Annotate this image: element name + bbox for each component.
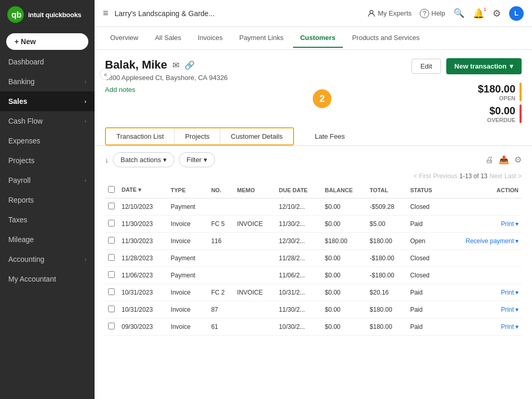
row-checkbox[interactable]: [108, 203, 115, 209]
edit-button[interactable]: Edit: [411, 59, 441, 74]
type-cell: Invoice: [168, 216, 208, 233]
action-dropdown[interactable]: Print ▾: [501, 289, 518, 296]
first-page-link[interactable]: < First: [414, 172, 431, 180]
settings-table-icon[interactable]: ⚙: [514, 155, 522, 165]
notifications-icon[interactable]: 🔔1: [473, 8, 484, 19]
tab-projects[interactable]: Projects: [175, 128, 220, 144]
chevron-right-icon: ›: [85, 99, 86, 104]
status-column-header: STATUS: [407, 182, 444, 198]
action-dropdown[interactable]: Receive payment ▾: [466, 237, 518, 245]
select-all-checkbox[interactable]: [108, 186, 115, 193]
topbar-actions: My Experts ? Help 🔍 🔔1 ⚙ L: [367, 6, 524, 21]
svg-text:qb: qb: [11, 10, 22, 19]
sidebar-item-cashflow[interactable]: Cash Flow ›: [0, 111, 95, 131]
action-dropdown[interactable]: Print ▾: [501, 323, 518, 330]
search-icon[interactable]: 🔍: [454, 8, 464, 19]
table-row: 10/31/2023 Invoice 87 11/30/2... $0.00 $…: [105, 301, 522, 318]
balance-cell: $0.00: [322, 216, 366, 233]
date-cell: 11/30/2023: [118, 233, 168, 250]
sidebar-item-dashboard[interactable]: Dashboard: [0, 52, 95, 72]
nav-tabs: Overview All Sales Invoices Payment Link…: [95, 27, 532, 50]
sidebar-item-accounting[interactable]: Accounting ›: [0, 249, 95, 269]
help-icon: ?: [420, 9, 429, 18]
due-date-cell: 10/30/2...: [276, 318, 322, 336]
type-cell: Payment: [168, 198, 208, 216]
action-cell: [444, 250, 522, 267]
due-date-cell: 11/30/2...: [276, 216, 322, 233]
tab-payment-links[interactable]: Payment Links: [232, 29, 290, 48]
customer-area: « Balak, Mike ✉ 🔗 1800 Appleseed Ct, Bay…: [95, 50, 532, 146]
export-icon[interactable]: 📤: [499, 155, 509, 165]
no-cell: [208, 250, 234, 267]
chevron-down-icon: ▾: [163, 156, 167, 164]
hamburger-menu-icon[interactable]: ≡: [103, 8, 109, 19]
balance-cell: $0.00: [322, 301, 366, 318]
row-checkbox[interactable]: [108, 305, 115, 312]
customer-name: Balak, Mike: [105, 58, 167, 72]
sidebar-item-sales[interactable]: Sales ›: [0, 91, 95, 111]
filter-button[interactable]: Filter ▾: [179, 152, 215, 167]
total-cell: $5.00: [367, 216, 407, 233]
new-transaction-button[interactable]: New transaction ▾: [446, 58, 522, 74]
row-checkbox[interactable]: [108, 288, 115, 295]
action-dropdown[interactable]: Print ▾: [501, 220, 518, 228]
sidebar-item-accountant[interactable]: My Accountant: [0, 269, 95, 289]
sidebar-item-label: Dashboard: [8, 58, 44, 66]
row-checkbox[interactable]: [108, 323, 115, 329]
sidebar-item-label: Expenses: [8, 137, 40, 145]
batch-actions-button[interactable]: Batch actions ▾: [113, 152, 175, 167]
sidebar-item-reports[interactable]: Reports: [0, 190, 95, 210]
sidebar-item-payroll[interactable]: Payroll ›: [0, 170, 95, 190]
sidebar-item-projects[interactable]: Projects: [0, 151, 95, 170]
email-icon[interactable]: ✉: [172, 60, 179, 70]
help-button[interactable]: ? Help: [420, 9, 445, 18]
tab-customers[interactable]: Customers: [293, 29, 343, 48]
my-experts-button[interactable]: My Experts: [367, 9, 411, 18]
due-date-cell: 11/06/2...: [276, 267, 322, 284]
memo-cell: INVOICE: [234, 216, 275, 233]
user-avatar[interactable]: L: [509, 6, 524, 21]
total-cell: $180.00: [367, 318, 407, 336]
row-checkbox[interactable]: [108, 237, 115, 244]
row-checkbox[interactable]: [108, 220, 115, 227]
total-column-header: TOTAL: [367, 182, 407, 198]
memo-cell: INVOICE: [234, 284, 275, 301]
action-dropdown[interactable]: Print ▾: [501, 306, 518, 313]
tab-customer-details[interactable]: Customer Details: [220, 128, 293, 144]
tab-transaction-list[interactable]: Transaction List: [106, 128, 175, 144]
status-cell: Paid: [407, 318, 444, 336]
collapse-sidebar-button[interactable]: «: [100, 69, 111, 80]
type-cell: Payment: [168, 250, 208, 267]
sidebar-item-label: Projects: [8, 156, 35, 165]
sidebar-logo: qb intuit quickbooks: [0, 0, 95, 29]
link-icon[interactable]: 🔗: [184, 60, 195, 70]
row-checkbox[interactable]: [108, 254, 115, 261]
tab-overview[interactable]: Overview: [103, 29, 145, 48]
tab-all-sales[interactable]: All Sales: [148, 29, 189, 48]
row-checkbox[interactable]: [108, 271, 115, 278]
tab-late-fees[interactable]: Late Fees: [304, 128, 355, 144]
sidebar-item-taxes[interactable]: Taxes: [0, 210, 95, 230]
help-label: Help: [431, 9, 445, 17]
sort-icon[interactable]: ↓: [105, 156, 109, 164]
sidebar-item-expenses[interactable]: Expenses: [0, 131, 95, 151]
sidebar-item-mileage[interactable]: Mileage: [0, 230, 95, 249]
sidebar-item-banking[interactable]: Banking ›: [0, 72, 95, 91]
no-cell: [208, 198, 234, 216]
previous-page-link[interactable]: Previous: [433, 172, 458, 180]
customer-balances: $180.00 OPEN $0.00 OVERDUE: [478, 83, 522, 123]
overdue-balance-info: $0.00 OVERDUE: [487, 105, 515, 123]
add-notes-link[interactable]: Add notes: [105, 86, 228, 94]
batch-actions-label: Batch actions: [121, 156, 161, 164]
date-column-header[interactable]: DATE ▾: [118, 182, 168, 198]
open-balance-bar: [520, 83, 522, 101]
next-page-link[interactable]: Next: [489, 172, 502, 180]
settings-icon[interactable]: ⚙: [493, 8, 501, 19]
tab-invoices[interactable]: Invoices: [191, 29, 230, 48]
print-icon[interactable]: 🖨: [485, 155, 494, 165]
new-button[interactable]: + New: [6, 33, 88, 50]
last-page-link[interactable]: Last >: [504, 172, 522, 180]
tab-products-services[interactable]: Products and Services: [345, 29, 427, 48]
row-checkbox-cell: [105, 267, 118, 284]
overdue-balance-label: OVERDUE: [487, 117, 515, 123]
